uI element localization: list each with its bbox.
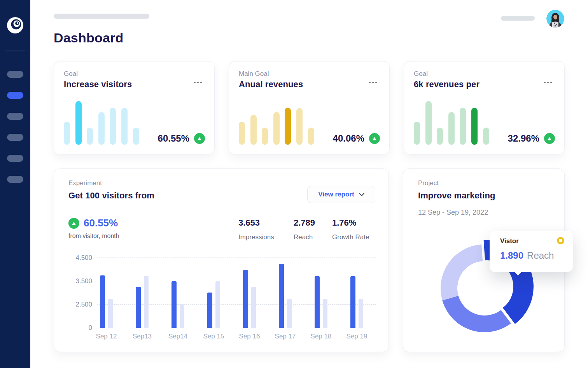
highlight-caption: from visitor, month: [68, 233, 119, 240]
menu-dot: [547, 82, 549, 83]
sparkline-bar: [414, 122, 420, 145]
sparkline-bar: [308, 128, 314, 145]
user-avatar[interactable]: [546, 10, 564, 28]
ring-icon: [557, 237, 564, 244]
card-title: Increase visitors: [64, 79, 132, 89]
stat: 3.653Impressions: [238, 218, 274, 241]
bar-previous: [359, 299, 363, 328]
bar-current: [100, 275, 105, 328]
page-title: Dashboard: [54, 30, 123, 46]
card-label: Goal: [64, 70, 78, 78]
donut-segment-segment-c[interactable]: [441, 244, 483, 300]
trend-up-badge: ▲: [369, 133, 380, 144]
card-title: Get 100 visitors from: [68, 191, 154, 201]
arrow-up-icon: ▲: [198, 137, 201, 140]
sparkline-bar: [64, 122, 70, 145]
stat-value: 2.789: [294, 218, 315, 228]
sparkline-bar: [75, 101, 82, 145]
card-title: 6k revenues per: [414, 79, 480, 89]
tooltip-unit: Reach: [527, 250, 554, 261]
menu-dot: [200, 82, 202, 83]
topbar-skeleton-bar: [501, 16, 535, 21]
percent-value: 40.06%: [333, 133, 364, 144]
menu-dot: [372, 82, 374, 83]
x-axis-tick: Sep13: [124, 333, 160, 340]
card-label: Main Goal: [239, 70, 269, 78]
y-axis-tick: 2.500: [61, 301, 92, 308]
bar-previous: [108, 299, 113, 328]
percent-row: 32.96%▲: [508, 133, 555, 144]
sidebar-item[interactable]: [7, 176, 23, 183]
sparkline-bar: [250, 115, 257, 145]
bar-current: [136, 287, 141, 328]
sidebar-divider: [5, 51, 25, 51]
target-logo-icon: [6, 16, 24, 34]
app-logo[interactable]: [6, 16, 24, 34]
sparkline-bar: [471, 108, 478, 145]
bar-current: [172, 281, 177, 328]
stat-label: Growth Rate: [332, 233, 369, 241]
y-axis-tick: 4.500: [61, 254, 92, 262]
arrow-up-icon: ▲: [373, 137, 376, 140]
stat: 1.76%Growth Rate: [332, 218, 369, 241]
avatar-photo: [546, 10, 564, 28]
trend-up-badge: ▲: [544, 133, 555, 144]
stat-value: 1.76%: [332, 218, 369, 228]
goal-cards-row: GoalIncrease visitors60.55%▲Main GoalAnu…: [54, 61, 565, 154]
sidebar-item[interactable]: [7, 71, 23, 78]
view-report-button[interactable]: View report: [307, 186, 375, 203]
sparkline-bar: [133, 128, 139, 145]
y-axis-tick: 3.500: [61, 277, 92, 285]
tooltip-value: 1.890: [500, 250, 523, 261]
arrow-up-icon: ▲: [72, 221, 76, 225]
card-menu-button[interactable]: [542, 80, 553, 85]
y-axis-tick: 0: [61, 324, 92, 332]
card-menu-button[interactable]: [192, 80, 203, 85]
header-skeleton-bar: [54, 14, 149, 19]
card-label: Experiment: [68, 179, 102, 187]
x-axis-tick: Sep 12: [89, 333, 124, 340]
app: Dashboard GoalIncrease visitors60.55%▲Ma…: [0, 0, 588, 368]
sparkline-chart: [239, 101, 314, 145]
trend-up-badge: ▲: [194, 133, 205, 144]
sparkline-bar: [98, 112, 105, 145]
percent-row: 40.06%▲: [333, 133, 380, 144]
bar-previous: [287, 299, 292, 328]
trend-up-badge: ▲: [68, 218, 79, 229]
sidebar: [0, 0, 30, 368]
menu-dot: [369, 82, 371, 83]
bar-previous: [144, 276, 149, 328]
gridline: [97, 258, 376, 258]
sidebar-item[interactable]: [7, 113, 23, 120]
chevron-down-icon: [359, 193, 364, 196]
card-title: Anual revenues: [239, 79, 303, 89]
tooltip-value-row: 1.890 Reach: [500, 250, 554, 261]
stat-value: 3.653: [238, 218, 274, 228]
sidebar-item[interactable]: [7, 134, 23, 141]
sparkline-bar: [239, 122, 245, 145]
x-axis-tick: Sep 17: [268, 333, 303, 340]
chart-tooltip: Vistor 1.890 Reach: [490, 231, 573, 272]
sidebar-item-active[interactable]: [7, 92, 23, 99]
bar-previous: [215, 281, 220, 328]
donut-segment-segment-b[interactable]: [442, 296, 511, 332]
card-menu-button[interactable]: [368, 80, 378, 85]
sparkline-bar: [296, 108, 303, 145]
x-axis-tick: Sep 15: [196, 333, 232, 340]
x-axis-tick: Sep 16: [232, 333, 268, 340]
menu-dot: [544, 82, 546, 83]
menu-dot: [550, 82, 552, 83]
bar-current: [315, 276, 320, 328]
stat-label: Impressions: [238, 233, 274, 241]
sparkline-chart: [64, 101, 139, 145]
menu-dot: [375, 82, 377, 83]
sidebar-item[interactable]: [7, 155, 23, 162]
sparkline-chart: [414, 101, 489, 145]
percent-value: 32.96%: [508, 133, 539, 144]
sparkline-bar: [121, 108, 128, 145]
goal-card: GoalIncrease visitors60.55%▲: [54, 61, 215, 154]
x-axis-tick: Sep 19: [339, 333, 375, 340]
goal-card: Main GoalAnual revenues40.06%▲: [229, 61, 390, 154]
bar-previous: [251, 287, 256, 328]
bar-previous: [323, 299, 327, 328]
